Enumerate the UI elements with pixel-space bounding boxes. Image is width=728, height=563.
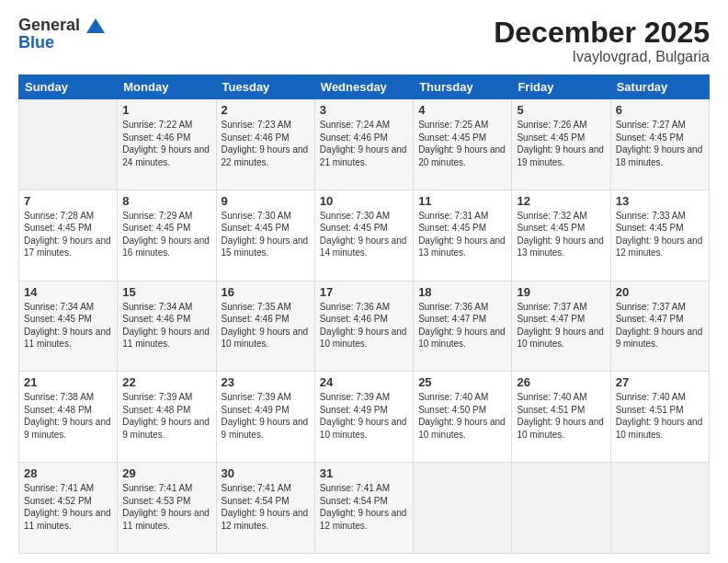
calendar-row: 28Sunrise: 7:41 AMSunset: 4:52 PMDayligh… xyxy=(19,463,710,554)
daylight: Daylight: 9 hours and 9 minutes. xyxy=(122,417,210,440)
cell-info: Sunrise: 7:32 AMSunset: 4:45 PMDaylight:… xyxy=(517,210,605,259)
sunset: Sunset: 4:49 PM xyxy=(222,405,290,415)
sunrise: Sunrise: 7:41 AM xyxy=(320,483,390,493)
daylight: Daylight: 9 hours and 24 minutes. xyxy=(122,144,210,167)
day-number: 12 xyxy=(517,194,605,208)
table-row xyxy=(512,463,610,554)
table-row: 1Sunrise: 7:22 AMSunset: 4:46 PMDaylight… xyxy=(118,99,216,190)
sunset: Sunset: 4:45 PM xyxy=(24,314,92,324)
cell-info: Sunrise: 7:39 AMSunset: 4:49 PMDaylight:… xyxy=(222,391,310,441)
table-row: 2Sunrise: 7:23 AMSunset: 4:46 PMDaylight… xyxy=(216,99,314,190)
cell-info: Sunrise: 7:37 AMSunset: 4:47 PMDaylight:… xyxy=(517,301,605,350)
daylight: Daylight: 9 hours and 10 minutes. xyxy=(222,327,309,350)
table-row xyxy=(19,99,118,190)
sunset: Sunset: 4:49 PM xyxy=(320,405,388,415)
sunset: Sunset: 4:51 PM xyxy=(517,405,585,415)
day-number: 15 xyxy=(122,285,210,299)
day-number: 4 xyxy=(418,103,506,117)
header-thursday: Thursday xyxy=(414,75,512,99)
day-number: 20 xyxy=(616,285,704,299)
day-number: 11 xyxy=(418,194,506,208)
page: General Blue December 2025 Ivaylovgrad, … xyxy=(0,0,728,563)
calendar-header-row: Sunday Monday Tuesday Wednesday Thursday… xyxy=(19,75,710,99)
logo: General Blue xyxy=(18,17,105,52)
header-sunday: Sunday xyxy=(19,75,118,99)
sunset: Sunset: 4:47 PM xyxy=(616,314,684,324)
sunset: Sunset: 4:46 PM xyxy=(122,132,190,143)
cell-info: Sunrise: 7:34 AMSunset: 4:45 PMDaylight:… xyxy=(24,301,112,350)
sunset: Sunset: 4:45 PM xyxy=(418,223,486,233)
cell-info: Sunrise: 7:41 AMSunset: 4:52 PMDaylight:… xyxy=(24,482,112,532)
table-row: 21Sunrise: 7:38 AMSunset: 4:48 PMDayligh… xyxy=(19,372,118,463)
sunrise: Sunrise: 7:38 AM xyxy=(24,392,94,402)
sunrise: Sunrise: 7:28 AM xyxy=(24,211,94,221)
day-number: 16 xyxy=(222,285,310,299)
header-monday: Monday xyxy=(118,75,216,99)
daylight: Daylight: 9 hours and 16 minutes. xyxy=(122,236,210,259)
table-row: 6Sunrise: 7:27 AMSunset: 4:45 PMDaylight… xyxy=(610,99,709,190)
table-row: 13Sunrise: 7:33 AMSunset: 4:45 PMDayligh… xyxy=(610,190,709,281)
table-row xyxy=(414,463,512,554)
table-row: 11Sunrise: 7:31 AMSunset: 4:45 PMDayligh… xyxy=(414,190,512,281)
sunset: Sunset: 4:50 PM xyxy=(418,405,486,415)
daylight: Daylight: 9 hours and 10 minutes. xyxy=(418,327,506,350)
table-row xyxy=(610,463,709,554)
calendar-subtitle: Ivaylovgrad, Bulgaria xyxy=(494,49,710,65)
table-row: 27Sunrise: 7:40 AMSunset: 4:51 PMDayligh… xyxy=(610,372,709,463)
table-row: 17Sunrise: 7:36 AMSunset: 4:46 PMDayligh… xyxy=(314,281,413,372)
table-row: 20Sunrise: 7:37 AMSunset: 4:47 PMDayligh… xyxy=(610,281,709,372)
day-number: 1 xyxy=(122,103,210,117)
sunrise: Sunrise: 7:23 AM xyxy=(222,120,291,130)
daylight: Daylight: 9 hours and 10 minutes. xyxy=(418,417,506,440)
day-number: 6 xyxy=(616,103,704,117)
cell-info: Sunrise: 7:35 AMSunset: 4:46 PMDaylight:… xyxy=(222,301,310,350)
day-number: 17 xyxy=(320,285,408,299)
daylight: Daylight: 9 hours and 10 minutes. xyxy=(320,327,407,350)
header-wednesday: Wednesday xyxy=(314,75,413,99)
sunrise: Sunrise: 7:39 AM xyxy=(320,392,390,402)
day-number: 24 xyxy=(320,375,408,389)
table-row: 7Sunrise: 7:28 AMSunset: 4:45 PMDaylight… xyxy=(19,190,118,281)
table-row: 31Sunrise: 7:41 AMSunset: 4:54 PMDayligh… xyxy=(314,463,413,554)
daylight: Daylight: 9 hours and 18 minutes. xyxy=(616,144,703,167)
sunrise: Sunrise: 7:29 AM xyxy=(122,211,192,221)
sunset: Sunset: 4:48 PM xyxy=(122,405,190,415)
sunrise: Sunrise: 7:39 AM xyxy=(222,392,291,402)
header-friday: Friday xyxy=(512,75,610,99)
daylight: Daylight: 9 hours and 11 minutes. xyxy=(122,508,210,531)
daylight: Daylight: 9 hours and 17 minutes. xyxy=(24,236,111,259)
day-number: 29 xyxy=(122,466,210,480)
sunset: Sunset: 4:46 PM xyxy=(122,314,190,324)
daylight: Daylight: 9 hours and 20 minutes. xyxy=(418,144,506,167)
cell-info: Sunrise: 7:29 AMSunset: 4:45 PMDaylight:… xyxy=(122,210,210,259)
cell-info: Sunrise: 7:36 AMSunset: 4:47 PMDaylight:… xyxy=(418,301,506,350)
table-row: 10Sunrise: 7:30 AMSunset: 4:45 PMDayligh… xyxy=(314,190,413,281)
svg-marker-0 xyxy=(86,18,105,33)
calendar-title: December 2025 xyxy=(494,17,710,49)
table-row: 30Sunrise: 7:41 AMSunset: 4:54 PMDayligh… xyxy=(216,463,314,554)
table-row: 24Sunrise: 7:39 AMSunset: 4:49 PMDayligh… xyxy=(314,372,413,463)
sunset: Sunset: 4:48 PM xyxy=(24,405,92,415)
cell-info: Sunrise: 7:22 AMSunset: 4:46 PMDaylight:… xyxy=(122,119,210,168)
sunrise: Sunrise: 7:40 AM xyxy=(517,392,586,402)
cell-info: Sunrise: 7:40 AMSunset: 4:50 PMDaylight:… xyxy=(418,391,506,441)
daylight: Daylight: 9 hours and 21 minutes. xyxy=(320,144,407,167)
sunrise: Sunrise: 7:32 AM xyxy=(517,211,586,221)
cell-info: Sunrise: 7:27 AMSunset: 4:45 PMDaylight:… xyxy=(616,119,704,168)
cell-info: Sunrise: 7:38 AMSunset: 4:48 PMDaylight:… xyxy=(24,391,112,441)
day-number: 9 xyxy=(222,194,310,208)
table-row: 9Sunrise: 7:30 AMSunset: 4:45 PMDaylight… xyxy=(216,190,314,281)
cell-info: Sunrise: 7:25 AMSunset: 4:45 PMDaylight:… xyxy=(418,119,506,168)
sunrise: Sunrise: 7:26 AM xyxy=(517,120,586,130)
day-number: 14 xyxy=(24,285,112,299)
cell-info: Sunrise: 7:24 AMSunset: 4:46 PMDaylight:… xyxy=(320,119,408,168)
sunset: Sunset: 4:45 PM xyxy=(517,223,585,233)
cell-info: Sunrise: 7:39 AMSunset: 4:48 PMDaylight:… xyxy=(122,391,210,441)
sunrise: Sunrise: 7:41 AM xyxy=(122,483,192,493)
daylight: Daylight: 9 hours and 22 minutes. xyxy=(222,144,309,167)
day-number: 21 xyxy=(24,375,112,389)
daylight: Daylight: 9 hours and 10 minutes. xyxy=(517,417,604,440)
day-number: 26 xyxy=(517,375,605,389)
day-number: 28 xyxy=(24,466,112,480)
sunrise: Sunrise: 7:33 AM xyxy=(616,211,686,221)
